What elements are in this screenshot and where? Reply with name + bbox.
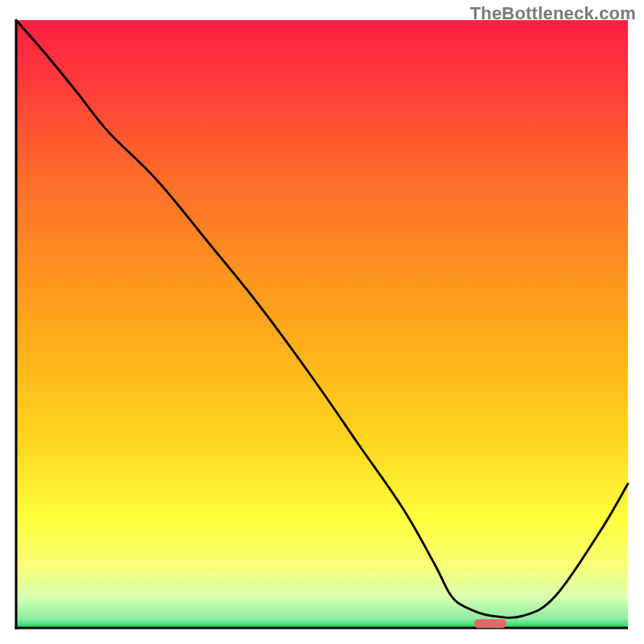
- chart-svg: [0, 0, 644, 644]
- chart-container: TheBottleneck.com: [0, 0, 644, 644]
- optimal-marker: [474, 619, 506, 628]
- watermark-text: TheBottleneck.com: [470, 3, 636, 24]
- chart-background: [16, 20, 628, 628]
